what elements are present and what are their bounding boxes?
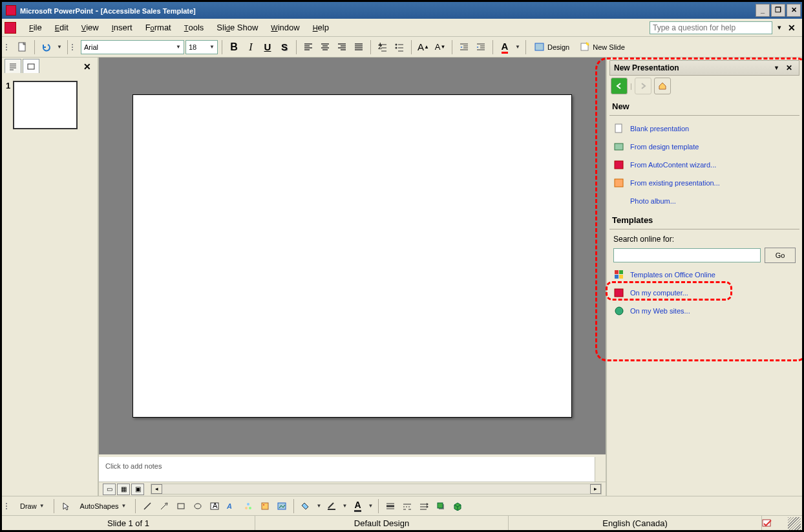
scroll-right-button[interactable]: ▸: [590, 484, 601, 494]
menu-slideshow[interactable]: Slide Show: [210, 20, 264, 35]
nav-home-button[interactable]: [654, 78, 671, 94]
menu-view[interactable]: View: [75, 20, 105, 35]
line-style-button[interactable]: [383, 498, 398, 514]
normal-view-button[interactable]: ▭: [103, 484, 116, 495]
menu-insert[interactable]: Insert: [105, 20, 139, 35]
3d-style-button[interactable]: [450, 498, 465, 514]
design-button[interactable]: Design: [530, 39, 574, 55]
close-button[interactable]: ✕: [787, 4, 801, 17]
decrease-indent-button[interactable]: [456, 39, 472, 55]
status-language[interactable]: English (Canada): [509, 516, 762, 531]
textbox-tool-button[interactable]: A: [207, 498, 222, 514]
outline-tab[interactable]: [5, 59, 21, 73]
line-tool-button[interactable]: [140, 498, 155, 514]
font-color-dropdown[interactable]: ▼: [514, 39, 522, 55]
doc-close-button[interactable]: ✕: [784, 23, 799, 33]
svg-text:A: A: [213, 502, 218, 509]
notes-pane[interactable]: Click to add notes: [99, 454, 606, 482]
new-slide-button[interactable]: New Slide: [575, 39, 629, 55]
font-color-button[interactable]: A: [497, 39, 513, 55]
drawbar-grip[interactable]: [6, 503, 11, 509]
dash-style-button[interactable]: [399, 498, 415, 514]
link-autocontent-wizard[interactable]: From AutoContent wizard...: [609, 156, 799, 174]
fill-color-dropdown[interactable]: ▼: [315, 498, 323, 514]
align-right-button[interactable]: [334, 39, 350, 55]
oval-tool-button[interactable]: [190, 498, 206, 514]
arrow-tool-button[interactable]: [156, 498, 172, 514]
link-blank-presentation[interactable]: Blank presentation: [609, 120, 799, 138]
clipart-button[interactable]: [257, 498, 273, 514]
undo-dropdown[interactable]: ▼: [56, 39, 63, 55]
toolbar-grip-2[interactable]: [72, 44, 77, 50]
arrow-style-button[interactable]: [416, 498, 432, 514]
template-search-input[interactable]: [613, 248, 761, 262]
bold-button[interactable]: B: [226, 39, 242, 55]
select-objects-button[interactable]: [58, 498, 74, 514]
thumbnails-close-button[interactable]: ✕: [79, 60, 95, 73]
diagram-button[interactable]: [240, 498, 256, 514]
slide[interactable]: [132, 94, 572, 418]
link-from-design-template[interactable]: From design template: [609, 138, 799, 156]
align-left-button[interactable]: [301, 39, 316, 55]
new-doc-button[interactable]: [15, 39, 30, 55]
menu-help[interactable]: Help: [306, 20, 335, 35]
menu-file[interactable]: File: [23, 20, 48, 35]
resize-grip[interactable]: [788, 517, 801, 530]
shadow-button[interactable]: S: [277, 39, 292, 55]
link-templates-office-online[interactable]: Templates on Office Online: [609, 266, 799, 284]
dash-style-icon: [403, 502, 412, 511]
slide-sorter-button[interactable]: ▦: [117, 484, 130, 495]
slide-canvas[interactable]: [99, 58, 606, 454]
link-on-my-web-sites[interactable]: On my Web sites...: [609, 302, 799, 320]
link-photo-album[interactable]: Photo album...: [609, 192, 799, 210]
fill-color-button[interactable]: [298, 498, 313, 514]
help-search-input[interactable]: [650, 21, 772, 34]
font-name-combo[interactable]: Arial▼: [81, 40, 184, 54]
link-from-existing[interactable]: From existing presentation...: [609, 174, 799, 192]
increase-font-button[interactable]: A▲: [416, 39, 431, 55]
taskpane-close-button[interactable]: ✕: [783, 63, 795, 72]
toolbar-grip[interactable]: [6, 44, 11, 50]
font-size-combo[interactable]: 18▼: [185, 40, 218, 54]
underline-button[interactable]: U: [260, 39, 275, 55]
insert-picture-button[interactable]: [274, 498, 290, 514]
search-go-button[interactable]: Go: [765, 248, 796, 263]
menu-tools[interactable]: Tools: [178, 20, 211, 35]
line-color-button[interactable]: [324, 498, 339, 514]
italic-button[interactable]: I: [243, 39, 259, 55]
align-justify-button[interactable]: [351, 39, 366, 55]
line-color-dropdown[interactable]: ▼: [341, 498, 348, 514]
nav-back-button[interactable]: [611, 78, 628, 94]
draw-menu-button[interactable]: Draw ▼: [15, 498, 50, 514]
bullets-button[interactable]: [392, 39, 407, 55]
minimize-button[interactable]: _: [756, 4, 770, 17]
help-dropdown[interactable]: ▾: [775, 23, 784, 32]
taskpane-nav: |: [609, 76, 799, 96]
slides-tab[interactable]: [23, 59, 39, 73]
text-color-button[interactable]: A: [350, 498, 365, 514]
nav-forward-button[interactable]: [635, 78, 651, 94]
link-on-my-computer[interactable]: On my computer...: [609, 284, 799, 302]
increase-indent-button[interactable]: [473, 39, 489, 55]
text-color-dropdown[interactable]: ▼: [366, 498, 374, 514]
restore-button[interactable]: ❐: [771, 4, 785, 17]
scroll-left-button[interactable]: ◂: [151, 484, 162, 494]
autoshapes-button[interactable]: AutoShapes ▼: [75, 498, 132, 514]
slide-thumbnail-1[interactable]: [13, 81, 78, 129]
shadow-style-button[interactable]: [433, 498, 449, 514]
wordart-button[interactable]: A: [224, 498, 239, 514]
undo-button[interactable]: [39, 39, 54, 55]
taskpane-menu-dropdown[interactable]: ▼: [770, 65, 783, 71]
rectangle-tool-button[interactable]: [173, 498, 189, 514]
menu-window[interactable]: Window: [264, 20, 306, 35]
slideshow-view-button[interactable]: ▣: [131, 484, 144, 495]
menu-format[interactable]: Format: [139, 20, 178, 35]
numbering-button[interactable]: 12: [375, 39, 390, 55]
align-center-button[interactable]: [317, 39, 333, 55]
status-spellcheck-icon[interactable]: [762, 518, 788, 529]
notes-scrollbar[interactable]: [595, 457, 606, 482]
decrease-font-button[interactable]: A▼: [432, 39, 448, 55]
align-center-icon: [321, 43, 330, 52]
menu-edit[interactable]: Edit: [48, 20, 75, 35]
horizontal-scrollbar[interactable]: ◂ ▸: [151, 484, 602, 495]
